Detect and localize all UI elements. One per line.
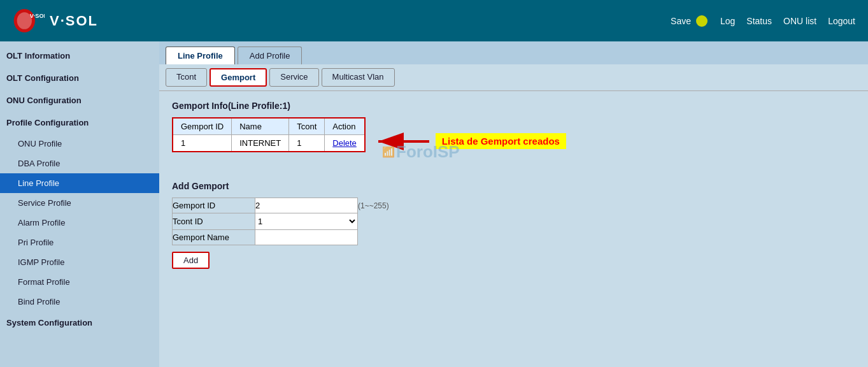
sidebar-item-onu-profile[interactable]: ONU Profile bbox=[0, 134, 159, 154]
sidebar-item-olt-configuration[interactable]: OLT Configuration bbox=[0, 67, 159, 89]
nav-status[interactable]: Status bbox=[746, 16, 772, 26]
label-gemport-name: Gemport Name bbox=[173, 230, 255, 245]
input-cell-gemport-id bbox=[255, 198, 358, 213]
sidebar-item-service-profile[interactable]: Service Profile bbox=[0, 193, 159, 213]
add-button[interactable]: Add bbox=[172, 252, 210, 269]
col-name: Name bbox=[232, 118, 289, 135]
subtab-gemport[interactable]: Gemport bbox=[210, 68, 267, 87]
sidebar-item-dba-profile[interactable]: DBA Profile bbox=[0, 154, 159, 173]
sidebar-item-format-profile[interactable]: Format Profile bbox=[0, 272, 159, 292]
sidebar-item-alarm-profile[interactable]: Alarm Profile bbox=[0, 213, 159, 233]
label-gemport-id: Gemport ID bbox=[173, 198, 255, 213]
main-layout: OLT Information OLT Configuration ONU Co… bbox=[0, 41, 868, 367]
col-action: Action bbox=[325, 118, 365, 135]
gemport-id-input[interactable] bbox=[255, 201, 351, 210]
tab-add-profile[interactable]: Add Profile bbox=[238, 47, 302, 64]
sidebar-item-igmp-profile[interactable]: IGMP Profile bbox=[0, 252, 159, 272]
annotation-arrow bbox=[372, 129, 436, 154]
nav-onu-list[interactable]: ONU list bbox=[783, 16, 816, 26]
delete-link[interactable]: Delete bbox=[332, 138, 357, 148]
svg-text:V·SOL: V·SOL bbox=[30, 13, 45, 19]
annotation-label: Lista de Gemport creados bbox=[436, 133, 566, 149]
sidebar-item-bind-profile[interactable]: Bind Profile bbox=[0, 292, 159, 312]
subtab-service[interactable]: Service bbox=[269, 68, 318, 87]
subtab-multicast-vlan[interactable]: Multicast Vlan bbox=[322, 68, 395, 87]
status-indicator bbox=[696, 15, 708, 27]
save-area: Save bbox=[671, 15, 708, 27]
sidebar-item-pri-profile[interactable]: Pri Profile bbox=[0, 233, 159, 252]
header-nav: Log Status ONU list Logout bbox=[720, 16, 855, 26]
sidebar: OLT Information OLT Configuration ONU Co… bbox=[0, 41, 159, 367]
input-cell-tcont-id: 1 2 3 bbox=[255, 213, 358, 230]
sidebar-item-profile-configuration[interactable]: Profile Configuration bbox=[0, 112, 159, 134]
label-tcont-id: Tcont ID bbox=[173, 213, 255, 230]
add-gemport-form: Gemport ID (1~~255) Tcont ID 1 2 3 bbox=[172, 198, 390, 245]
gemport-name-input[interactable] bbox=[255, 233, 351, 242]
nav-log[interactable]: Log bbox=[720, 16, 735, 26]
top-tabs: Line Profile Add Profile bbox=[159, 41, 868, 64]
tab-line-profile[interactable]: Line Profile bbox=[166, 47, 235, 64]
tcont-hint bbox=[358, 213, 390, 230]
cell-action[interactable]: Delete bbox=[325, 135, 365, 152]
save-label[interactable]: Save bbox=[671, 16, 691, 26]
gemport-id-hint: (1~~255) bbox=[358, 198, 390, 213]
header-right: Save Log Status ONU list Logout bbox=[671, 15, 855, 27]
col-gemport-id: Gemport ID bbox=[173, 118, 232, 135]
annotation-row: Gemport ID Name Tcont Action 1 INTERNET … bbox=[172, 117, 855, 165]
nav-logout[interactable]: Logout bbox=[828, 16, 855, 26]
sidebar-item-system-configuration[interactable]: System Configuration bbox=[0, 312, 159, 334]
gemport-info-title: Gemport Info(Line Profile:1) bbox=[172, 101, 855, 111]
gemport-table: Gemport ID Name Tcont Action 1 INTERNET … bbox=[172, 117, 366, 152]
add-gemport-title: Add Gemport bbox=[172, 181, 855, 191]
cell-name: INTERNET bbox=[232, 135, 289, 152]
vsol-logo: V·SOL bbox=[13, 6, 45, 35]
sidebar-item-line-profile[interactable]: Line Profile bbox=[0, 173, 159, 193]
sidebar-item-onu-configuration[interactable]: ONU Configuration bbox=[0, 89, 159, 112]
sidebar-item-olt-information[interactable]: OLT Information bbox=[0, 45, 159, 67]
content-area: Line Profile Add Profile Tcont Gemport S… bbox=[159, 41, 868, 367]
logo-area: V·SOL V·SOL bbox=[13, 6, 98, 35]
gemport-name-hint bbox=[358, 230, 390, 245]
subtab-tcont[interactable]: Tcont bbox=[166, 68, 207, 87]
cell-gemport-id: 1 bbox=[173, 135, 232, 152]
cell-tcont: 1 bbox=[289, 135, 325, 152]
input-cell-gemport-name bbox=[255, 230, 358, 245]
brand-name: V·SOL bbox=[50, 13, 98, 29]
inner-content: Gemport Info(Line Profile:1) Gemport ID … bbox=[159, 91, 868, 278]
sub-tabs: Tcont Gemport Service Multicast Vlan bbox=[159, 64, 868, 91]
header: V·SOL V·SOL Save Log Status ONU list Log… bbox=[0, 0, 868, 41]
tcont-id-select[interactable]: 1 2 3 bbox=[255, 216, 357, 227]
form-row-gemport-id: Gemport ID (1~~255) bbox=[173, 198, 390, 213]
form-row-gemport-name: Gemport Name bbox=[173, 230, 390, 245]
form-row-tcont-id: Tcont ID 1 2 3 bbox=[173, 213, 390, 230]
col-tcont: Tcont bbox=[289, 118, 325, 135]
table-row: 1 INTERNET 1 Delete bbox=[173, 135, 365, 152]
